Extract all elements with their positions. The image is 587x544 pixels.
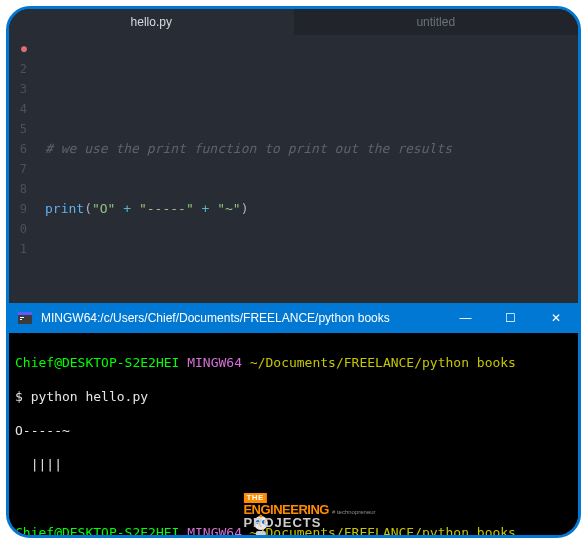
minimize-button[interactable]: — [443, 303, 488, 333]
terminal-body[interactable]: Chief@DESKTOP-S2E2HEI MINGW64 ~/Document… [9, 333, 578, 535]
watermark-logo: THE ENGINEERING # technopreneur PROJECTS [211, 493, 375, 529]
prompt-dollar: $ [15, 389, 23, 404]
terminal-titlebar[interactable]: MINGW64:/c/Users/Chief/Documents/FREELAN… [9, 303, 578, 333]
line-number: 8 [9, 179, 27, 199]
line-gutter: ● 2 3 4 5 6 7 8 9 0 1 [9, 35, 35, 303]
close-button[interactable]: ✕ [533, 303, 578, 333]
line-number: 7 [9, 159, 27, 179]
line-number: 6 [9, 139, 27, 159]
logo-projects: PROJECTS [243, 516, 375, 529]
terminal-icon [17, 310, 33, 326]
line-number: 0 [9, 219, 27, 239]
tab-label: untitled [416, 15, 455, 29]
logo-tagline: # technopreneur [332, 509, 376, 515]
robot-icon [211, 496, 237, 526]
svg-rect-1 [18, 312, 32, 315]
prompt-user: Chief@DESKTOP-S2E2HEI [15, 355, 179, 370]
code-comment: # we use the print function to print out… [45, 141, 452, 156]
prompt-path: ~/Documents/FREELANCE/python books [250, 355, 516, 370]
prompt-sys: MINGW64 [187, 355, 242, 370]
code-editor[interactable]: ● 2 3 4 5 6 7 8 9 0 1 # we use the print… [9, 35, 578, 303]
svg-rect-7 [256, 531, 266, 535]
code-area[interactable]: # we use the print function to print out… [35, 35, 578, 303]
svg-rect-2 [20, 317, 24, 318]
line-number: 1 [9, 239, 27, 259]
tab-label: hello.py [131, 15, 172, 29]
line-number: 2 [9, 59, 27, 79]
editor-tabs: hello.py untitled [9, 9, 578, 35]
terminal-output: O-----~ [15, 422, 572, 439]
terminal-title: MINGW64:/c/Users/Chief/Documents/FREELAN… [41, 311, 443, 325]
svg-rect-3 [20, 319, 22, 320]
prompt-user: Chief@DESKTOP-S2E2HEI [15, 525, 179, 535]
line-number: 9 [9, 199, 27, 219]
modified-indicator: ● [9, 39, 27, 59]
maximize-button[interactable]: ☐ [488, 303, 533, 333]
tab-hello-py[interactable]: hello.py [9, 9, 294, 35]
code-func: print [45, 201, 84, 216]
terminal-window: MINGW64:/c/Users/Chief/Documents/FREELAN… [9, 303, 578, 535]
window-controls: — ☐ ✕ [443, 303, 578, 333]
line-number: 5 [9, 119, 27, 139]
terminal-command: python hello.py [31, 389, 148, 404]
app-frame: hello.py untitled ● 2 3 4 5 6 7 8 9 0 1 … [6, 6, 581, 538]
line-number: 4 [9, 99, 27, 119]
tab-untitled[interactable]: untitled [294, 9, 579, 35]
terminal-output: |||| [15, 456, 572, 473]
line-number: 3 [9, 79, 27, 99]
